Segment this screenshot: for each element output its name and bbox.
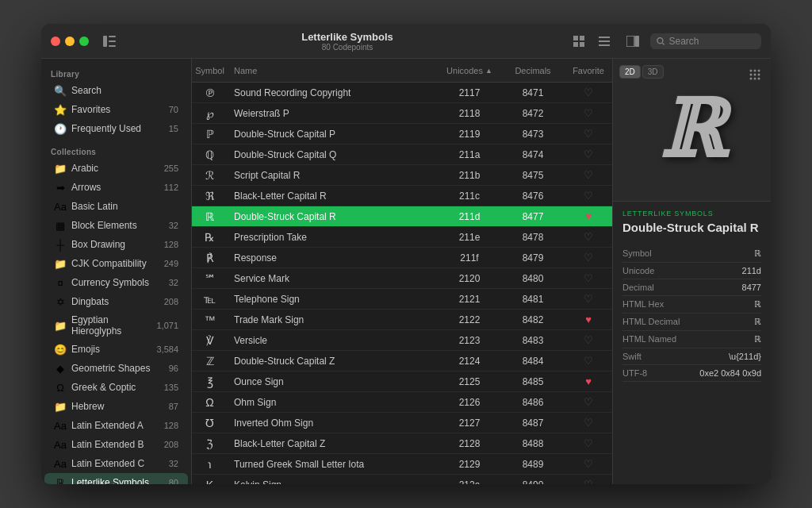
cell-favorite[interactable]: ♡: [565, 190, 612, 202]
cell-favorite[interactable]: ♡: [565, 396, 612, 408]
sidebar-item-dingbats[interactable]: ✡ Dingbats 208: [44, 292, 188, 311]
close-button[interactable]: [51, 37, 60, 46]
sidebar-item-cjk-compatibility[interactable]: 📁 CJK Compatibility 249: [44, 254, 188, 273]
table-row[interactable]: ℞ Prescription Take 211e 8478 ♡: [192, 227, 612, 248]
favorite-icon[interactable]: ♡: [584, 190, 593, 202]
sidebar-item-latin-extended-a[interactable]: Aa Latin Extended A 128: [44, 416, 188, 435]
col-unicode[interactable]: Unicodes▲: [438, 66, 501, 75]
sidebar-item-egyptian-hieroglyphs[interactable]: 📁 Egyptian Hieroglyphs 1,071: [44, 311, 188, 340]
table-row[interactable]: ℘ Weierstraß P 2118 8472 ♡: [192, 103, 612, 124]
sidebar-item-currency-symbols[interactable]: ¤ Currency Symbols 32: [44, 273, 188, 292]
right-panel: 2D 3D ℝ LETTERLIKE SYMBOLS Double-Struck…: [612, 59, 771, 484]
table-row[interactable]: ℠ Service Mark 2120 8480 ♡: [192, 268, 612, 289]
sidebar-item-box-drawing[interactable]: ┼ Box Drawing 128: [44, 235, 188, 254]
preview-extra-button[interactable]: [745, 65, 764, 84]
cell-favorite[interactable]: ♡: [565, 231, 612, 243]
favorite-icon[interactable]: ♥: [585, 314, 592, 325]
cell-favorite[interactable]: ♡: [565, 107, 612, 119]
sidebar-item-basic-latin[interactable]: Aa Basic Latin: [44, 197, 188, 216]
table-row[interactable]: ℟ Response 211f 8479 ♡: [192, 248, 612, 268]
col-name[interactable]: Name: [228, 66, 438, 75]
favorite-icon[interactable]: ♡: [584, 479, 593, 484]
cell-favorite[interactable]: ♡: [565, 169, 612, 181]
favorite-icon[interactable]: ♡: [584, 107, 593, 119]
cell-favorite[interactable]: ♥: [565, 375, 612, 387]
table-row[interactable]: ℡ Telephone Sign 2121 8481 ♡: [192, 289, 612, 310]
table-row[interactable]: ℚ Double-Struck Capital Q 211a 8474 ♡: [192, 144, 612, 165]
sidebar-item-greek--coptic[interactable]: Ω Greek & Coptic 135: [44, 378, 188, 397]
sidebar-item-emojis[interactable]: 😊 Emojis 3,584: [44, 340, 188, 359]
sidebar-item-hebrew[interactable]: 📁 Hebrew 87: [44, 397, 188, 416]
cell-favorite[interactable]: ♡: [565, 293, 612, 305]
sidebar-item-arrows[interactable]: ➡ Arrows 112: [44, 178, 188, 197]
col-symbol[interactable]: Symbol: [192, 66, 228, 75]
favorite-icon[interactable]: ♡: [584, 169, 593, 181]
table-row[interactable]: Ω Ohm Sign 2126 8486 ♡: [192, 392, 612, 413]
cell-favorite[interactable]: ♡: [565, 252, 612, 264]
sidebar-item-letterlike-symbols[interactable]: ℝ Letterlike Symbols 80: [44, 473, 188, 484]
3d-button[interactable]: 3D: [642, 65, 664, 79]
sidebar-item-arabic[interactable]: 📁 Arabic 255: [44, 159, 188, 178]
sidebar-item-search[interactable]: 🔍 Search: [44, 81, 188, 100]
favorite-icon[interactable]: ♡: [584, 417, 593, 429]
cell-favorite[interactable]: ♥: [565, 314, 612, 325]
sidebar-item-geometric-shapes[interactable]: ◆ Geometric Shapes 96: [44, 359, 188, 378]
cell-decimal: 8490: [501, 479, 565, 485]
favorite-icon[interactable]: ♡: [584, 334, 593, 346]
favorite-icon[interactable]: ♡: [584, 458, 593, 470]
sidebar-toggle-button[interactable]: [98, 30, 121, 52]
2d-button[interactable]: 2D: [619, 65, 641, 79]
sidebar-item-favorites[interactable]: ⭐ Favorites 70: [44, 100, 188, 119]
cell-favorite[interactable]: ♥: [565, 210, 612, 222]
table-row[interactable]: ℗ Sound Recording Copyright 2117 8471 ♡: [192, 83, 612, 103]
col-favorite[interactable]: Favorite: [565, 66, 612, 75]
table-row[interactable]: ℨ Black-Letter Capital Z 2128 8488 ♡: [192, 433, 612, 454]
table-row[interactable]: ℜ Black-Letter Capital R 211c 8476 ♡: [192, 186, 612, 206]
table-row[interactable]: ℣ Versicle 2123 8483 ♡: [192, 330, 612, 351]
cell-favorite[interactable]: ♡: [565, 479, 612, 484]
table-row[interactable]: ℤ Double-Struck Capital Z 2124 8484 ♡: [192, 351, 612, 371]
sidebar-item-block-elements[interactable]: ▦ Block Elements 32: [44, 216, 188, 235]
maximize-button[interactable]: [79, 37, 89, 46]
cell-favorite[interactable]: ♡: [565, 334, 612, 346]
cell-favorite[interactable]: ♡: [565, 87, 612, 98]
favorite-icon[interactable]: ♡: [584, 231, 593, 243]
cell-favorite[interactable]: ♡: [565, 417, 612, 429]
table-row[interactable]: ℙ Double-Struck Capital P 2119 8473 ♡: [192, 124, 612, 144]
favorite-icon[interactable]: ♡: [584, 437, 593, 449]
search-bar[interactable]: [650, 33, 761, 49]
cell-favorite[interactable]: ♡: [565, 355, 612, 367]
minimize-button[interactable]: [65, 37, 75, 46]
favorite-icon[interactable]: ♡: [584, 252, 593, 264]
sidebar-item-latin-extended-c[interactable]: Aa Latin Extended C 32: [44, 454, 188, 473]
favorite-icon[interactable]: ♥: [585, 210, 592, 222]
grid-view-button[interactable]: [568, 33, 590, 50]
cell-favorite[interactable]: ♡: [565, 272, 612, 284]
cell-favorite[interactable]: ♡: [565, 148, 612, 160]
favorite-icon[interactable]: ♥: [585, 375, 592, 387]
favorite-icon[interactable]: ♡: [584, 396, 593, 408]
favorite-icon[interactable]: ♡: [584, 148, 593, 160]
table-row[interactable]: ℥ Ounce Sign 2125 8485 ♥: [192, 371, 612, 392]
col-decimal[interactable]: Decimals: [501, 66, 565, 75]
search-input[interactable]: [669, 36, 756, 47]
table-row[interactable]: ℝ Double-Struck Capital R 211d 8477 ♥: [192, 206, 612, 227]
table-row[interactable]: ℧ Inverted Ohm Sign 2127 8487 ♡: [192, 413, 612, 433]
sidebar-item-latin-extended-b[interactable]: Aa Latin Extended B 208: [44, 435, 188, 454]
cell-favorite[interactable]: ♡: [565, 458, 612, 470]
favorite-icon[interactable]: ♡: [584, 355, 593, 367]
table-row[interactable]: ℛ Script Capital R 211b 8475 ♡: [192, 165, 612, 186]
cell-favorite[interactable]: ♡: [565, 128, 612, 140]
table-row[interactable]: ℩ Turned Greek Small Letter Iota 2129 84…: [192, 454, 612, 475]
list-view-button[interactable]: [593, 33, 615, 50]
titlebar-right: [568, 33, 761, 50]
favorite-icon[interactable]: ♡: [584, 128, 593, 140]
sidebar-item-frequently-used[interactable]: 🕐 Frequently Used 15: [44, 119, 188, 138]
favorite-icon[interactable]: ♡: [584, 272, 593, 284]
favorite-icon[interactable]: ♡: [584, 87, 593, 98]
favorite-icon[interactable]: ♡: [584, 293, 593, 305]
cell-favorite[interactable]: ♡: [565, 437, 612, 449]
panel-toggle-button[interactable]: [622, 33, 644, 50]
table-row[interactable]: ™ Trade Mark Sign 2122 8482 ♥: [192, 310, 612, 330]
table-row[interactable]: K Kelvin Sign 212a 8490 ♡: [192, 475, 612, 484]
